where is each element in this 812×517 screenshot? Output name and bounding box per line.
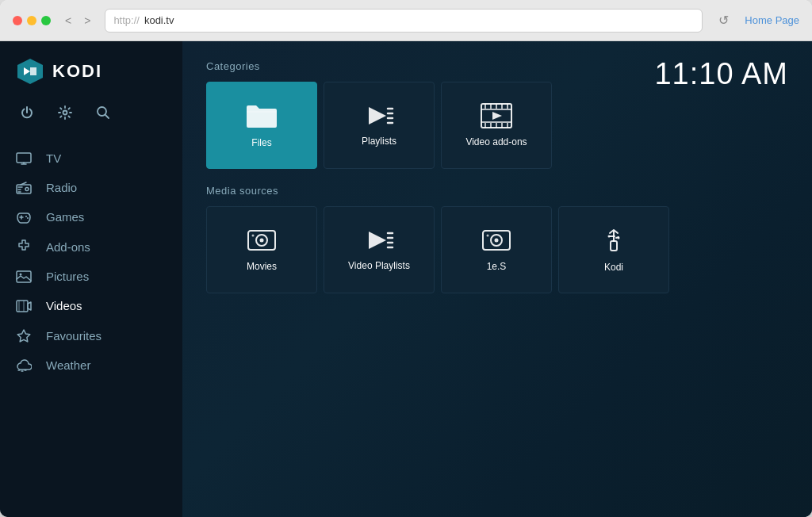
sidebar-item-tv-label: TV	[46, 151, 61, 165]
tile-kodi[interactable]: Kodi	[558, 206, 669, 293]
kodi-app: KODI	[0, 41, 812, 517]
tile-playlists[interactable]: Playlists	[324, 82, 435, 169]
tile-kodi-label: Kodi	[604, 262, 623, 273]
videos-icon	[16, 300, 33, 312]
traffic-light-green[interactable]	[41, 16, 51, 25]
sidebar-nav: TV Radio	[0, 137, 182, 386]
svg-point-3	[63, 111, 67, 115]
svg-rect-18	[490, 104, 492, 109]
sidebar-item-weather[interactable]: Weather	[0, 350, 182, 380]
folder-icon	[245, 102, 278, 129]
sidebar-controls	[0, 98, 182, 137]
media-sources-label: Media sources	[206, 185, 788, 197]
media-sources-tiles: Movies Video Playlists	[206, 206, 788, 293]
tile-video-playlists[interactable]: Video Playlists	[324, 206, 435, 293]
sidebar-item-pictures-label: Pictures	[46, 270, 89, 283]
clock: 11:10 AM	[654, 57, 788, 91]
svg-rect-5	[17, 153, 31, 163]
svg-point-31	[252, 235, 255, 237]
browser-window: < > http:// kodi.tv ↺ Home Page KODI	[0, 0, 812, 517]
svg-point-38	[618, 237, 620, 239]
nav-buttons: < >	[60, 11, 95, 30]
playlist-video-icon	[364, 228, 394, 252]
kodi-logo-icon	[16, 57, 44, 86]
search-icon[interactable]	[95, 105, 111, 124]
tile-movies[interactable]: Movies	[206, 206, 317, 293]
sidebar-item-pictures[interactable]: Pictures	[0, 262, 182, 291]
addons-icon	[16, 239, 33, 254]
favourites-icon	[16, 328, 33, 343]
radio-icon	[16, 182, 33, 194]
svg-rect-21	[507, 104, 508, 109]
sidebar-item-radio-label: Radio	[46, 181, 77, 194]
svg-rect-24	[496, 123, 497, 128]
sidebar-item-weather-label: Weather	[46, 358, 90, 372]
categories-tiles: Files Playlists	[206, 82, 788, 169]
sidebar-item-radio[interactable]: Radio	[0, 173, 182, 202]
svg-point-11	[20, 273, 22, 275]
svg-rect-26	[507, 123, 508, 128]
svg-point-30	[260, 239, 264, 243]
tile-home-s[interactable]: 1e.S	[441, 206, 552, 293]
main-content: 11:10 AM Categories Files	[182, 41, 812, 517]
hdd-movies-icon	[247, 228, 277, 253]
browser-chrome: < > http:// kodi.tv ↺ Home Page	[0, 0, 812, 41]
svg-point-7	[25, 187, 29, 190]
home-page-link[interactable]: Home Page	[745, 14, 799, 26]
weather-icon	[16, 359, 33, 372]
hdd-home-icon	[481, 228, 511, 253]
kodi-title: KODI	[52, 61, 102, 82]
traffic-light-red[interactable]	[13, 16, 22, 25]
settings-icon[interactable]	[57, 105, 73, 124]
games-icon	[16, 211, 33, 224]
reload-button[interactable]: ↺	[712, 10, 735, 31]
tile-video-addons[interactable]: Video add-ons	[441, 82, 552, 169]
usb-icon	[601, 227, 626, 254]
svg-rect-23	[490, 123, 492, 128]
sidebar: KODI	[0, 41, 182, 517]
svg-rect-19	[496, 104, 497, 109]
svg-rect-15	[481, 109, 511, 110]
svg-marker-2	[30, 67, 36, 75]
svg-marker-13	[369, 107, 386, 124]
tile-files[interactable]: Files	[206, 82, 317, 169]
traffic-lights	[13, 16, 51, 25]
sidebar-item-games-label: Games	[46, 210, 84, 224]
nav-forward-button[interactable]: >	[79, 11, 95, 30]
tile-movies-label: Movies	[247, 261, 277, 272]
svg-point-35	[495, 239, 499, 243]
playlist-icon	[364, 104, 394, 128]
address-domain: kodi.tv	[144, 14, 174, 26]
tile-video-playlists-label: Video Playlists	[348, 260, 410, 271]
svg-marker-32	[369, 232, 386, 249]
tile-video-addons-label: Video add-ons	[465, 136, 527, 147]
tile-home-s-label: 1e.S	[487, 261, 507, 272]
address-bar[interactable]: http:// kodi.tv	[105, 9, 703, 33]
svg-rect-16	[481, 121, 511, 123]
sidebar-header: KODI	[0, 41, 182, 98]
traffic-light-yellow[interactable]	[27, 16, 36, 25]
sidebar-item-addons-label: Add-ons	[46, 240, 90, 254]
sidebar-item-videos[interactable]: Videos	[0, 291, 182, 320]
sidebar-item-videos-label: Videos	[46, 299, 82, 312]
sidebar-item-tv[interactable]: TV	[0, 144, 182, 173]
tile-playlists-label: Playlists	[362, 136, 396, 147]
svg-point-9	[27, 217, 29, 219]
nav-back-button[interactable]: <	[60, 11, 76, 30]
svg-point-36	[487, 235, 489, 237]
svg-rect-17	[485, 104, 486, 109]
svg-rect-20	[501, 104, 503, 109]
svg-rect-37	[611, 241, 617, 251]
svg-point-8	[25, 216, 27, 217]
tv-icon	[16, 152, 33, 165]
address-scheme: http://	[113, 14, 140, 26]
sidebar-item-favourites-label: Favourites	[46, 329, 102, 343]
power-icon[interactable]	[19, 105, 35, 124]
svg-rect-22	[485, 123, 486, 128]
film-icon	[481, 103, 512, 128]
svg-point-39	[608, 236, 611, 238]
sidebar-item-favourites[interactable]: Favourites	[0, 320, 182, 350]
sidebar-item-addons[interactable]: Add-ons	[0, 232, 182, 262]
svg-marker-27	[492, 112, 502, 120]
sidebar-item-games[interactable]: Games	[0, 202, 182, 232]
